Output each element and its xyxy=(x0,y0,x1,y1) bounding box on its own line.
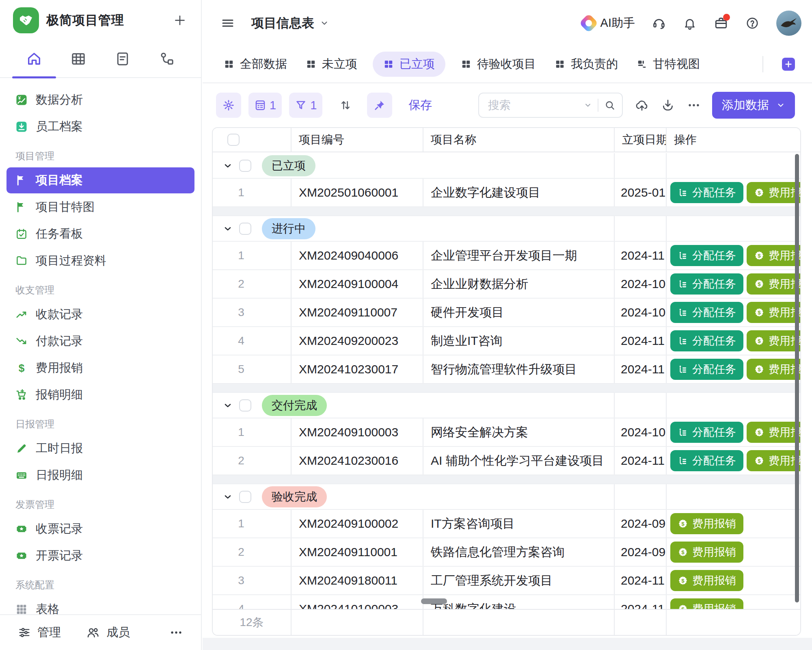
sidebar-item-日报明细[interactable]: 日报明细 xyxy=(6,462,194,488)
project-name-cell[interactable]: 智行物流管理软件升级项目 xyxy=(423,355,614,383)
project-id-cell[interactable]: XM202410230017 xyxy=(291,355,423,383)
tab-我负责的[interactable]: 我负责的 xyxy=(555,56,618,72)
sidebar-item-表格[interactable]: 表格 xyxy=(6,596,194,614)
assign-action-button[interactable]: 分配任务 xyxy=(670,450,743,471)
project-name-cell[interactable]: 工厂管理系统开发项目 xyxy=(423,567,614,594)
expense-action-button[interactable]: $费用报销 xyxy=(747,182,800,203)
workspace-briefcase-icon[interactable] xyxy=(714,16,728,30)
project-name-cell[interactable]: 硬件开发项目 xyxy=(423,299,614,326)
sidebar-tab-home[interactable] xyxy=(12,41,56,77)
group-collapse-chevron-icon[interactable] xyxy=(223,492,233,502)
project-name-cell[interactable]: 制造业IT咨询 xyxy=(423,327,614,355)
project-date-cell[interactable]: 2024-10 xyxy=(614,418,666,446)
expense-action-button[interactable]: $费用报销 xyxy=(747,450,800,471)
project-date-cell[interactable]: 2024-10 xyxy=(614,299,666,326)
sidebar-item-收款记录[interactable]: 收款记录 xyxy=(6,301,194,327)
sidebar-item-费用报销[interactable]: $ 费用报销 xyxy=(6,355,194,381)
more-icon[interactable] xyxy=(169,626,183,639)
expense-action-button[interactable]: $费用报销 xyxy=(747,330,800,351)
search-scope-chevron-icon[interactable] xyxy=(584,101,592,109)
project-date-cell[interactable]: 2024-11 xyxy=(614,447,666,474)
add-data-button[interactable]: 添加数据 xyxy=(712,92,795,119)
pin-button[interactable] xyxy=(367,93,392,118)
expense-action-button[interactable]: $费用报销 xyxy=(747,273,800,295)
group-checkbox[interactable] xyxy=(239,160,251,172)
project-id-cell[interactable]: XM202409110007 xyxy=(291,299,423,326)
search-icon[interactable] xyxy=(604,100,615,111)
project-name-cell[interactable]: 企业业财数据分析 xyxy=(423,270,614,298)
sidebar-item-报销明细[interactable]: 报销明细 xyxy=(6,382,194,408)
tab-甘特视图[interactable]: 甘特视图 xyxy=(637,56,700,72)
project-name-cell[interactable]: AI 辅助个性化学习平台建设项目 xyxy=(423,447,614,474)
assign-action-button[interactable]: 分配任务 xyxy=(670,359,743,380)
user-avatar[interactable] xyxy=(776,11,801,36)
expense-action-button[interactable]: $费用报销 xyxy=(747,245,800,266)
assign-action-button[interactable]: 分配任务 xyxy=(670,273,743,295)
sidebar-tab-flow[interactable] xyxy=(145,41,189,77)
sidebar-item-数据分析[interactable]: ¥ 数据分析 xyxy=(6,87,194,113)
project-date-cell[interactable]: 2024-11 xyxy=(614,327,666,355)
table-row[interactable]: 3 XM202409180011 工厂管理系统开发项目 2024-11 $费用报… xyxy=(213,567,800,595)
column-header-项目名称[interactable]: 项目名称 xyxy=(423,128,614,152)
expense-action-button[interactable]: $费用报销 xyxy=(670,570,743,591)
project-date-cell[interactable]: 2024-09 xyxy=(614,538,666,566)
add-app-button[interactable] xyxy=(173,14,186,27)
group-checkbox[interactable] xyxy=(239,491,251,503)
assign-action-button[interactable]: 分配任务 xyxy=(670,330,743,351)
sort-button[interactable] xyxy=(333,93,358,118)
project-id-cell[interactable]: XM202409180011 xyxy=(291,567,423,594)
project-date-cell[interactable]: 2024-11 xyxy=(614,355,666,383)
assign-action-button[interactable]: 分配任务 xyxy=(670,182,743,203)
table-row[interactable]: 1 XM202409040006 企业管理平台开发项目一期 2024-11 分配… xyxy=(213,242,800,270)
project-id-cell[interactable]: XM202409200023 xyxy=(291,327,423,355)
sidebar-item-任务看板[interactable]: 任务看板 xyxy=(6,221,194,247)
project-date-cell[interactable]: 2024-11 xyxy=(614,567,666,594)
column-header-立项日期[interactable]: 立项日期 xyxy=(614,128,666,152)
export-icon[interactable] xyxy=(661,98,675,112)
sidebar-item-工时日报[interactable]: 工时日报 xyxy=(6,436,194,462)
vertical-scrollbar[interactable] xyxy=(795,154,799,602)
sidebar-item-项目档案[interactable]: 项目档案 xyxy=(6,167,194,193)
notifications-bell-icon[interactable] xyxy=(683,16,697,30)
project-id-cell[interactable]: XM202409100003 xyxy=(291,418,423,446)
expense-action-button[interactable]: $费用报销 xyxy=(747,302,800,323)
sidebar-item-收票记录[interactable]: 收票记录 xyxy=(6,516,194,542)
tab-未立项[interactable]: 未立项 xyxy=(306,56,357,72)
menu-toggle-icon[interactable] xyxy=(220,16,235,30)
expense-action-button[interactable]: $费用报销 xyxy=(670,542,743,563)
help-icon[interactable] xyxy=(745,16,759,30)
column-header-项目编号[interactable]: 项目编号 xyxy=(291,128,423,152)
project-id-cell[interactable]: XM202409100004 xyxy=(291,270,423,298)
project-id-cell[interactable]: XM202501060001 xyxy=(291,179,423,206)
table-row[interactable]: 1 XM202409100002 IT方案咨询项目 2024-09 $费用报销 xyxy=(213,510,800,538)
project-id-cell[interactable]: XM202409110001 xyxy=(291,538,423,566)
search-input[interactable]: 搜索 xyxy=(478,93,623,118)
group-checkbox[interactable] xyxy=(239,223,251,235)
table-row[interactable]: 3 XM202409110007 硬件开发项目 2024-10 分配任务 $费用… xyxy=(213,299,800,327)
tab-待验收项目[interactable]: 待验收项目 xyxy=(461,56,536,72)
expense-action-button[interactable]: $费用报销 xyxy=(670,513,743,534)
toolbar-more-icon[interactable] xyxy=(687,98,701,112)
save-button[interactable]: 保存 xyxy=(408,97,432,113)
project-id-cell[interactable]: XM202409100002 xyxy=(291,510,423,537)
project-id-cell[interactable]: XM202409040006 xyxy=(291,242,423,269)
project-date-cell[interactable]: 2025-01 xyxy=(614,179,666,206)
filter-button[interactable]: 1 xyxy=(289,93,322,118)
assign-action-button[interactable]: 分配任务 xyxy=(670,245,743,266)
project-name-cell[interactable]: IT方案咨询项目 xyxy=(423,510,614,537)
title-chevron-down-icon[interactable] xyxy=(320,19,329,28)
project-name-cell[interactable]: 企业数字化建设项目 xyxy=(423,179,614,206)
project-date-cell[interactable]: 2024-10 xyxy=(614,270,666,298)
sidebar-item-项目过程资料[interactable]: 项目过程资料 xyxy=(6,248,194,274)
select-all-checkbox[interactable] xyxy=(227,134,240,146)
project-date-cell[interactable]: 2024-09 xyxy=(614,510,666,537)
sidebar-tab-grid-lines[interactable] xyxy=(56,41,101,77)
settings-button[interactable] xyxy=(216,93,241,118)
table-row[interactable]: 2 XM202410230016 AI 辅助个性化学习平台建设项目 2024-1… xyxy=(213,447,800,475)
group-checkbox[interactable] xyxy=(239,399,251,412)
table-row[interactable]: 2 XM202409100004 企业业财数据分析 2024-10 分配任务 $… xyxy=(213,270,800,299)
create-view-button[interactable] xyxy=(782,58,801,71)
sidebar-tab-doc[interactable] xyxy=(101,41,145,77)
tab-全部数据[interactable]: 全部数据 xyxy=(224,56,287,72)
expense-action-button[interactable]: $费用报销 xyxy=(747,359,800,380)
